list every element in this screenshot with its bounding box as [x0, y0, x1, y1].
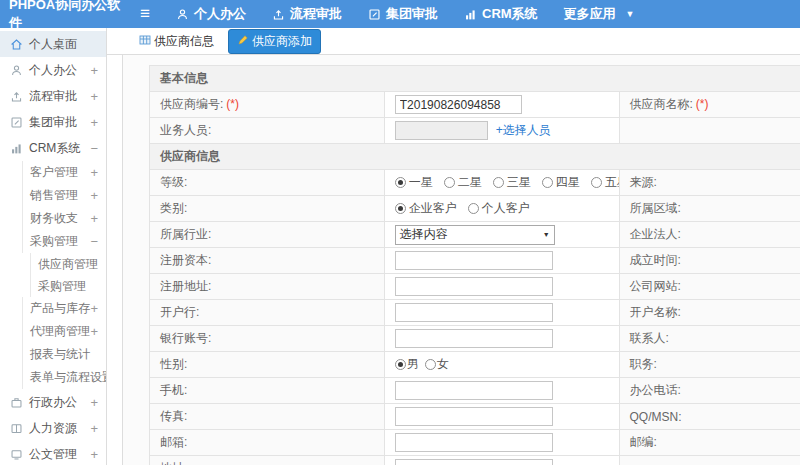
topmenu-workflow-approval[interactable]: 流程审批 [272, 5, 342, 23]
topmenu-crm-system[interactable]: CRM系统 [464, 5, 538, 23]
label-website: 公司网站: [619, 274, 800, 300]
label-office-phone: 办公电话: [619, 378, 800, 404]
sidebar: 个人桌面 个人办公 + 流程审批 + 集团审批 + CRM系统 − [0, 28, 107, 465]
email-input[interactable] [395, 433, 553, 452]
section-header-supplier: 供应商信息 [150, 144, 800, 170]
sidebar-item-purchasing[interactable]: 采购管理 [0, 275, 106, 297]
topmenu-personal-office[interactable]: 个人办公 [176, 5, 246, 23]
document-icon [10, 448, 23, 461]
app-window: PHPOA协同办公软件 ≡ 个人办公 流程审批 集团审批 CRM系统 更多应用 [0, 0, 800, 465]
edit-icon [10, 116, 23, 129]
label-supplier-code: 供应商编号:(*) [150, 92, 385, 118]
content-gutter [107, 55, 123, 465]
staff-input[interactable] [395, 121, 488, 140]
address-input[interactable] [395, 459, 553, 465]
radio-grade-5[interactable]: 五星 [591, 174, 619, 191]
supplier-code-input[interactable] [395, 95, 522, 114]
sidebar-item-sales-mgmt[interactable]: 销售管理 + [0, 184, 106, 207]
bank-input[interactable] [395, 303, 553, 322]
label-bank: 开户行: [150, 300, 385, 326]
edit-icon [368, 8, 381, 21]
radio-grade-1[interactable]: 一星 [395, 174, 433, 191]
chart-icon [10, 142, 23, 155]
required-mark: (*) [696, 97, 709, 111]
pencil-icon [237, 34, 249, 49]
sidebar-item-purchase-mgmt[interactable]: 采购管理 − [0, 230, 106, 253]
sidebar-item-crm-system[interactable]: CRM系统 − [0, 135, 106, 161]
label-mobile: 手机: [150, 378, 385, 404]
radio-icon [468, 203, 479, 214]
industry-select[interactable]: 选择内容▼ [395, 225, 555, 245]
sidebar-item-human-resources[interactable]: 人力资源 + [0, 415, 106, 441]
radio-icon [395, 359, 406, 370]
sidebar-item-agent-mgmt[interactable]: 代理商管理 + [0, 320, 106, 343]
radio-category-enterprise[interactable]: 企业客户 [395, 200, 457, 217]
sidebar-item-supplier-mgmt[interactable]: 供应商管理 [0, 253, 106, 275]
sidebar-item-customer-mgmt[interactable]: 客户管理 + [0, 161, 106, 184]
user-icon [176, 8, 189, 21]
empty-label-cell [619, 118, 800, 144]
radio-category-personal[interactable]: 个人客户 [468, 200, 530, 217]
sidebar-item-personal-office[interactable]: 个人办公 + [0, 57, 106, 83]
sidebar-item-workflow-approval[interactable]: 流程审批 + [0, 83, 106, 109]
registered-address-input[interactable] [395, 277, 553, 296]
topmenu-group-approval[interactable]: 集团审批 [368, 5, 438, 23]
fax-input[interactable] [395, 407, 553, 426]
home-icon [10, 38, 23, 51]
sidebar-item-form-flow-settings[interactable]: 表单与流程设置 + [0, 366, 106, 389]
grade-radio-group: 一星 二星 三星 四星 五星 [395, 174, 619, 191]
sidebar-item-document-mgmt[interactable]: 公文管理 + [0, 441, 106, 465]
hamburger-menu-icon[interactable]: ≡ [128, 4, 162, 24]
label-bank-account: 银行账号: [150, 326, 385, 352]
label-position: 职务: [619, 352, 800, 378]
sidebar-item-group-approval[interactable]: 集团审批 + [0, 109, 106, 135]
tab-supplier-add[interactable]: 供应商添加 [228, 29, 321, 54]
grid-icon [139, 34, 151, 49]
mobile-input[interactable] [395, 381, 553, 400]
choose-staff-link[interactable]: +选择人员 [496, 123, 551, 137]
bank-account-input[interactable] [395, 329, 553, 348]
sidebar-item-admin-office[interactable]: 行政办公 + [0, 389, 106, 415]
label-source: 来源: [619, 170, 800, 196]
gender-radio-group: 男 女 [395, 356, 449, 373]
radio-icon [542, 177, 553, 188]
tab-supplier-info[interactable]: 供应商信息 [133, 30, 220, 53]
upload-icon [272, 8, 285, 21]
sidebar-item-product-inventory[interactable]: 产品与库存 + [0, 297, 106, 320]
radio-icon [395, 203, 406, 214]
label-qq-msn: QQ/MSN: [619, 404, 800, 430]
radio-icon [425, 359, 436, 370]
category-radio-group: 企业客户 个人客户 [395, 200, 530, 217]
label-legal-person: 企业法人: [619, 222, 800, 248]
registered-capital-input[interactable] [395, 251, 553, 270]
radio-icon [591, 177, 602, 188]
tabbar: 供应商信息 供应商添加 [107, 28, 800, 55]
required-mark: (*) [226, 97, 239, 111]
caret-down-icon: ▼ [543, 231, 550, 238]
chart-icon [464, 8, 477, 21]
label-region: 所属区域: [619, 196, 800, 222]
sidebar-item-finance[interactable]: 财务收支 + [0, 207, 106, 230]
user-icon [10, 64, 23, 77]
radio-grade-3[interactable]: 三星 [493, 174, 531, 191]
label-zip: 邮编: [619, 430, 800, 456]
supplier-form: 基本信息 供应商编号:(*) 供应商名称:(*) 业务人员: +选择人员 [149, 65, 800, 465]
radio-gender-male[interactable]: 男 [395, 356, 419, 373]
label-account-name: 开户名称: [619, 300, 800, 326]
label-gender: 性别: [150, 352, 385, 378]
topbar: PHPOA协同办公软件 ≡ 个人办公 流程审批 集团审批 CRM系统 更多应用 [0, 0, 800, 28]
empty-label-cell [619, 456, 800, 465]
label-email: 邮箱: [150, 430, 385, 456]
label-staff: 业务人员: [150, 118, 385, 144]
label-category: 类别: [150, 196, 385, 222]
sidebar-item-reports[interactable]: 报表与统计 [0, 343, 106, 366]
label-industry: 所属行业: [150, 222, 385, 248]
radio-grade-4[interactable]: 四星 [542, 174, 580, 191]
topmenu-more-apps[interactable]: 更多应用 [564, 5, 616, 23]
radio-gender-female[interactable]: 女 [425, 356, 449, 373]
label-fax: 传真: [150, 404, 385, 430]
label-founded-date: 成立时间: [619, 248, 800, 274]
briefcase-icon [10, 396, 23, 409]
sidebar-item-personal-desktop[interactable]: 个人桌面 [0, 31, 106, 57]
radio-grade-2[interactable]: 二星 [444, 174, 482, 191]
